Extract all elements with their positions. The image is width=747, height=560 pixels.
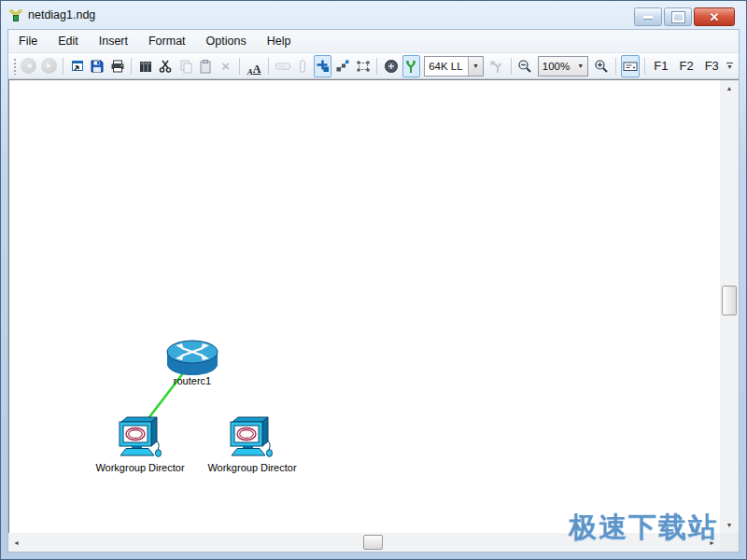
menu-options[interactable]: Options [196, 32, 257, 50]
menu-format[interactable]: Format [138, 32, 196, 50]
connect-link-button[interactable] [402, 55, 420, 77]
globe-icon [384, 59, 399, 74]
back-icon: ◄ [21, 58, 36, 74]
port-label-tool-button[interactable] [621, 55, 640, 77]
watermark-text: 极速下载站 [569, 509, 718, 547]
globe-button[interactable] [382, 55, 400, 77]
toolbar: ◄ ► [8, 53, 739, 79]
horizontal-label-icon [275, 59, 291, 74]
copy-icon [178, 59, 193, 74]
vertical-label-button[interactable] [294, 55, 312, 77]
group-tool-icon [356, 59, 371, 74]
forward-button[interactable]: ► [40, 55, 58, 77]
app-icon [8, 7, 23, 22]
node-tool-icon [335, 59, 350, 74]
workstation-2-label: Workgroup Director [177, 462, 327, 473]
maximize-button[interactable] [664, 7, 692, 26]
scroll-up-button[interactable]: ▲ [720, 80, 739, 96]
link-type-value: 64K LL [425, 61, 468, 72]
back-button[interactable]: ◄ [20, 55, 37, 77]
draw-link-icon [316, 59, 331, 74]
toolbar-overflow-button[interactable]: ▼ [725, 63, 737, 69]
paste-icon [198, 59, 213, 74]
paste-button[interactable] [197, 55, 215, 77]
disconnect-link-button[interactable] [487, 55, 505, 77]
close-button[interactable]: ✕ [694, 7, 735, 26]
menu-help[interactable]: Help [257, 32, 302, 50]
minimize-icon [643, 16, 653, 19]
node-tool-button[interactable] [333, 55, 351, 77]
zoom-in-button[interactable] [592, 55, 610, 77]
zoom-out-icon [517, 59, 532, 74]
font-button[interactable]: AA [245, 55, 262, 77]
save-icon [90, 59, 105, 74]
port-label-icon [622, 59, 639, 74]
horizontal-scroll-thumb[interactable] [363, 535, 383, 550]
close-icon: ✕ [710, 10, 720, 24]
scroll-left-button[interactable]: ◄ [8, 533, 24, 552]
open-button[interactable] [68, 55, 86, 77]
vertical-scrollbar[interactable]: ▲ ▼ [720, 79, 739, 533]
title-bar: netdiag1.ndg ✕ [1, 1, 746, 29]
forward-icon: ► [41, 58, 57, 74]
open-icon [70, 59, 85, 74]
library-button[interactable] [136, 55, 154, 77]
diagram-canvas[interactable]: routerc1 Workgroup Director [8, 79, 720, 533]
f3-button[interactable]: F3 [700, 57, 724, 75]
overflow-icon: ▼ [726, 65, 733, 69]
scroll-down-button[interactable]: ▼ [720, 517, 739, 533]
link-type-dropdown-arrow[interactable]: ▼ [468, 57, 483, 76]
app-window: netdiag1.ndg ✕ File Edit Insert Format O… [0, 0, 747, 560]
maximize-icon [672, 12, 684, 22]
cut-button[interactable] [157, 55, 175, 77]
zoom-dropdown-arrow[interactable]: ▼ [573, 57, 587, 76]
router-label: routerc1 [118, 375, 267, 386]
print-icon [110, 59, 125, 74]
zoom-value: 100% [539, 61, 573, 72]
draw-link-tool-button[interactable] [314, 55, 331, 77]
zoom-combobox[interactable]: 100% ▼ [538, 56, 588, 77]
toolbar-grip[interactable] [13, 58, 16, 75]
menu-bar: File Edit Insert Format Options Help [8, 30, 739, 53]
zoom-in-icon [594, 59, 609, 74]
menu-file[interactable]: File [8, 32, 48, 50]
router-device[interactable] [166, 338, 218, 377]
connect-link-icon [403, 59, 418, 74]
f2-button[interactable]: F2 [674, 57, 698, 75]
horizontal-label-button[interactable] [274, 55, 292, 77]
window-title: netdiag1.ndg [28, 8, 95, 21]
delete-button[interactable]: × [217, 55, 234, 77]
workstation-device-2[interactable] [228, 415, 275, 458]
zoom-out-button[interactable] [515, 55, 533, 77]
library-icon [138, 59, 153, 74]
workstation-device-1[interactable] [117, 415, 163, 458]
vertical-scroll-thumb[interactable] [722, 286, 737, 315]
f1-button[interactable]: F1 [649, 57, 672, 75]
cut-icon [158, 59, 173, 74]
delete-icon: × [221, 58, 230, 74]
scrollbar-corner [720, 533, 739, 552]
group-tool-button[interactable] [354, 55, 372, 77]
print-button[interactable] [108, 55, 126, 77]
disconnect-link-icon [489, 59, 504, 74]
save-button[interactable] [88, 55, 106, 77]
minimize-button[interactable] [634, 7, 662, 26]
link-type-combobox[interactable]: 64K LL ▼ [424, 56, 484, 77]
menu-insert[interactable]: Insert [89, 32, 138, 50]
copy-button[interactable] [176, 55, 194, 77]
menu-edit[interactable]: Edit [48, 32, 89, 50]
vertical-label-icon [295, 59, 310, 74]
